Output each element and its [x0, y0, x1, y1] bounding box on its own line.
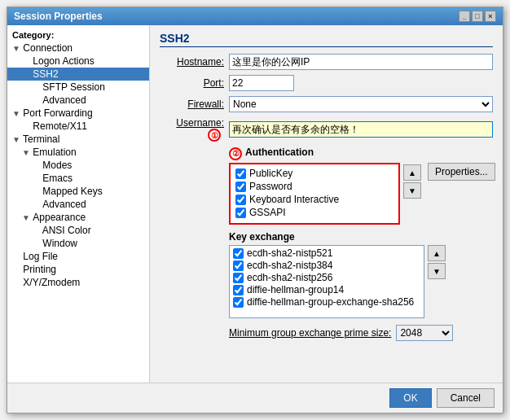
tree-item-modes[interactable]: Modes: [7, 159, 149, 172]
tree-item-remote-x11[interactable]: Remote/X11: [7, 120, 149, 133]
keyex-checkbox-2[interactable]: [233, 260, 244, 271]
username-row: Username: ①: [160, 117, 493, 142]
keyex-item-3: ecdh-sha2-nistp256: [233, 272, 420, 283]
auth-item-publickey: PublicKey: [235, 168, 393, 179]
keyex-label-1: ecdh-sha2-nistp521: [247, 247, 332, 259]
keyex-label: Key exchange: [229, 231, 493, 243]
tree-item-ssh2[interactable]: SSH2: [7, 68, 149, 81]
authentication-section: ② Authentication PublicKey Password: [160, 147, 493, 225]
title-buttons: _ □ ×: [459, 11, 496, 22]
min-group-select[interactable]: 1024 2048 4096: [396, 325, 453, 341]
auth-label-keyboard: Keyboard Interactive: [249, 194, 339, 205]
username-input[interactable]: [229, 121, 493, 138]
auth-checkbox-keyboard[interactable]: [235, 195, 246, 205]
properties-button[interactable]: Properties...: [428, 163, 495, 181]
auth-up-button[interactable]: ▲: [403, 164, 421, 181]
auth-arrows: ▲ ▼: [403, 164, 421, 199]
annotation-2-badge: ②: [229, 147, 242, 160]
category-tree: Category: ▼ Connection Logon Actions SSH…: [7, 25, 150, 383]
port-input[interactable]: [229, 75, 294, 91]
tree-item-terminal[interactable]: ▼ Terminal: [7, 133, 149, 146]
tree-item-printing[interactable]: Printing: [7, 263, 149, 276]
auth-item-gssapi: GSSAPI: [235, 207, 393, 218]
port-row: Port:: [160, 75, 493, 91]
hostname-row: Hostname:: [160, 54, 493, 70]
close-button[interactable]: ×: [485, 11, 496, 22]
keyex-up-button[interactable]: ▲: [428, 245, 446, 261]
cancel-button[interactable]: Cancel: [437, 388, 495, 408]
keyex-item-5: diffie-hellman-group-exchange-sha256: [233, 296, 420, 308]
auth-down-button[interactable]: ▼: [403, 182, 421, 199]
keyex-label-3: ecdh-sha2-nistp256: [247, 272, 332, 283]
dialog-footer: OK Cancel: [7, 383, 503, 413]
auth-checkbox-publickey[interactable]: [235, 168, 246, 179]
auth-list: PublicKey Password Keyboard Interactive: [229, 163, 400, 225]
tree-item-logon-actions[interactable]: Logon Actions: [7, 55, 149, 68]
tree-item-connection[interactable]: ▼ Connection: [7, 42, 149, 55]
tree-item-emacs[interactable]: Emacs: [7, 172, 149, 185]
auth-list-container: PublicKey Password Keyboard Interactive: [229, 163, 400, 225]
hostname-label: Hostname:: [160, 56, 229, 68]
ok-button[interactable]: OK: [389, 388, 431, 408]
tree-item-log-file[interactable]: Log File: [7, 250, 149, 263]
keyex-list: ecdh-sha2-nistp521 ecdh-sha2-nistp384 ec…: [229, 245, 424, 318]
auth-checkbox-password[interactable]: [235, 182, 246, 192]
minimize-button[interactable]: _: [459, 11, 470, 22]
auth-content: PublicKey Password Keyboard Interactive: [229, 163, 493, 225]
firewall-select[interactable]: None: [229, 96, 493, 112]
firewall-label: Firewall:: [160, 98, 229, 110]
session-properties-dialog: Session Properties _ □ × Category: ▼ Con…: [7, 7, 503, 413]
auth-label-publickey: PublicKey: [249, 168, 292, 179]
tree-item-emulation[interactable]: ▼ Emulation: [7, 146, 149, 159]
keyex-arrows: ▲ ▼: [428, 245, 446, 279]
dialog-body: Category: ▼ Connection Logon Actions SSH…: [7, 25, 503, 383]
keyex-checkbox-4[interactable]: [233, 285, 244, 295]
tree-item-appearance[interactable]: ▼ Appearance: [7, 211, 149, 224]
keyex-item-1: ecdh-sha2-nistp521: [233, 247, 420, 259]
tree-item-ansi-color[interactable]: ANSI Color: [7, 224, 149, 237]
section-title: SSH2: [160, 32, 493, 47]
auth-section-label: Authentication: [245, 147, 314, 158]
min-group-label: Minimum group exchange prime size:: [229, 327, 391, 339]
keyex-content: ecdh-sha2-nistp521 ecdh-sha2-nistp384 ec…: [229, 245, 493, 318]
keyex-label-4: diffie-hellman-group14: [247, 284, 344, 295]
tree-item-window[interactable]: Window: [7, 237, 149, 250]
keyex-checkbox-1[interactable]: [233, 248, 244, 259]
hostname-input[interactable]: [229, 54, 493, 70]
min-group-row: Minimum group exchange prime size: 1024 …: [229, 325, 493, 341]
keyex-checkbox-3[interactable]: [233, 273, 244, 283]
dialog-title-text: Session Properties: [14, 11, 103, 22]
keyex-label-5: diffie-hellman-group-exchange-sha256: [247, 296, 414, 308]
keyex-item-4: diffie-hellman-group14: [233, 284, 420, 295]
keyex-item-2: ecdh-sha2-nistp384: [233, 260, 420, 271]
tree-item-sftp-session[interactable]: SFTP Session: [7, 81, 149, 94]
category-label: Category:: [7, 28, 149, 42]
tree-item-advanced-conn[interactable]: Advanced: [7, 94, 149, 107]
maximize-button[interactable]: □: [472, 11, 483, 22]
keyex-checkbox-5[interactable]: [233, 297, 244, 308]
auth-item-password: Password: [235, 181, 393, 192]
dialog-titlebar: Session Properties _ □ ×: [7, 7, 503, 25]
auth-label-password: Password: [249, 181, 292, 192]
username-label: Username: ①: [160, 117, 229, 142]
tree-item-advanced-term[interactable]: Advanced: [7, 198, 149, 211]
right-panel: SSH2 Hostname: Port: Firewall: None: [150, 25, 503, 383]
keyex-label-2: ecdh-sha2-nistp384: [247, 260, 332, 271]
keyex-section: Key exchange ecdh-sha2-nistp521 ecdh-sha…: [160, 231, 493, 318]
port-label: Port:: [160, 77, 229, 89]
tree-item-xy-zmodem[interactable]: X/Y/Zmodem: [7, 276, 149, 289]
keyex-down-button[interactable]: ▼: [428, 263, 446, 279]
auth-item-keyboard-interactive: Keyboard Interactive: [235, 194, 393, 205]
auth-checkbox-gssapi[interactable]: [235, 208, 246, 218]
annotation-1-badge: ①: [208, 129, 221, 142]
tree-item-port-forwarding[interactable]: ▼ Port Forwarding: [7, 107, 149, 120]
tree-item-mapped-keys[interactable]: Mapped Keys: [7, 185, 149, 198]
firewall-row: Firewall: None: [160, 96, 493, 112]
auth-label-gssapi: GSSAPI: [249, 207, 286, 218]
